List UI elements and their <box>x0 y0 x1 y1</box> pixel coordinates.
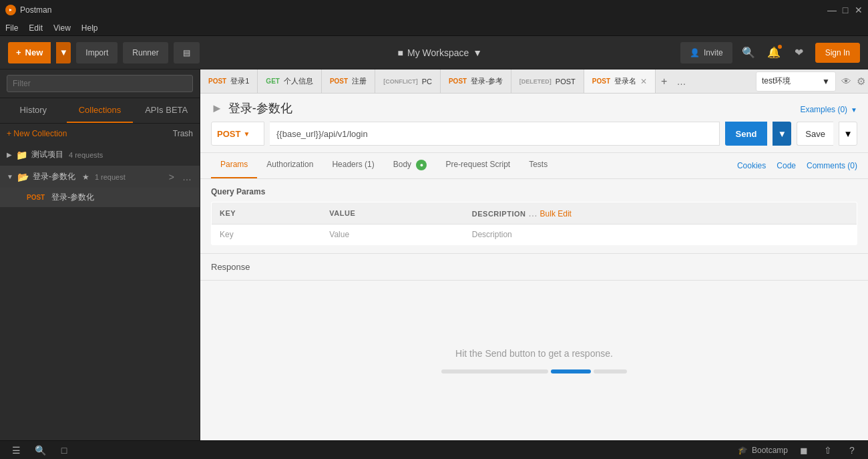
examples-chevron: ▼ <box>851 106 857 114</box>
code-link[interactable]: Code <box>777 161 796 170</box>
col-header-value: VALUE <box>321 202 463 224</box>
new-collection-button[interactable]: + New Collection <box>7 129 67 138</box>
runner-button[interactable]: Runner <box>123 42 168 63</box>
chevron-down-icon: ▼ <box>473 47 482 58</box>
collection-item-2: ▼ 📂 登录-参数化 ★ 1 request > … POST 登录-参数化 <box>0 166 200 207</box>
collection-header-2[interactable]: ▼ 📂 登录-参数化 ★ 1 request > … <box>0 166 200 188</box>
params-more-button[interactable]: … <box>528 208 537 218</box>
collection-header-1[interactable]: ▶ 📁 测试项目 4 requests <box>0 144 200 166</box>
params-section: Query Params KEY VALUE DESCRIPTION … Bul… <box>200 179 868 253</box>
menu-view[interactable]: View <box>53 23 71 33</box>
tab-name-5: 登录-参考 <box>471 76 503 86</box>
tab-close-button[interactable]: ✕ <box>640 78 647 86</box>
req-tab-3[interactable]: POST 注册 <box>322 69 375 93</box>
bulk-edit-button[interactable]: Bulk Edit <box>540 209 572 218</box>
url-input[interactable] <box>270 122 720 146</box>
signin-button[interactable]: Sign In <box>815 43 860 63</box>
import-button[interactable]: Import <box>76 42 118 63</box>
examples-button[interactable]: Examples (0) <box>800 105 847 114</box>
sub-tab-params[interactable]: Params <box>211 153 257 178</box>
sub-tab-prescript[interactable]: Pre-request Script <box>436 153 519 178</box>
bootcamp-button[interactable]: 🎓 Bootcamp <box>738 446 788 455</box>
app-icon <box>5 5 16 15</box>
save-caret-button[interactable]: ▼ <box>839 122 857 146</box>
tab-method-7: POST <box>592 78 610 85</box>
menu-edit[interactable]: Edit <box>29 23 43 33</box>
chevron-down-icon: ▼ <box>7 173 13 180</box>
sub-tab-auth[interactable]: Authorization <box>257 153 322 178</box>
tab-name-6: POST <box>556 78 576 86</box>
env-eye-button[interactable]: 👁 <box>841 75 851 87</box>
progress-bar-1 <box>441 369 548 373</box>
content-area: POST 登录1 GET 个人信息 POST 注册 [CONFLICT] PC … <box>200 69 868 440</box>
invite-button[interactable]: 👤 Invite <box>680 42 732 63</box>
tab-more-button[interactable]: … <box>672 76 690 87</box>
search-bottom-button[interactable]: 🔍 <box>32 442 48 458</box>
close-button[interactable]: ✕ <box>855 6 863 14</box>
trash-button[interactable]: Trash <box>173 129 193 138</box>
req-tab-5[interactable]: POST 登录-参考 <box>441 69 511 93</box>
workspace-button[interactable]: ■ My Workspace ▼ <box>398 47 483 58</box>
sidebar-search-container <box>0 69 200 98</box>
request-title: ► 登录-参数化 Examples (0) ▼ <box>211 100 857 116</box>
request-sub-tabs: Params Authorization Headers (1) Body ● … <box>200 153 868 179</box>
grid-icon: ■ <box>398 47 403 58</box>
columns-button[interactable]: ◼ <box>796 442 812 458</box>
sync-button[interactable]: ▤ <box>174 42 200 63</box>
notification-bell-button[interactable]: 🔔 <box>765 43 783 62</box>
search-icon-button[interactable]: 🔍 <box>739 43 758 62</box>
tab-method-4: [CONFLICT] <box>383 78 418 85</box>
tab-method-2: GET <box>266 78 280 85</box>
collection-arrow-button[interactable]: > <box>166 172 177 182</box>
response-progress <box>441 369 627 373</box>
menu-help[interactable]: Help <box>81 23 98 33</box>
sub-tab-body[interactable]: Body ● <box>384 153 437 178</box>
heart-button[interactable]: ❤ <box>790 43 809 62</box>
collection-more-button[interactable]: … <box>180 172 194 182</box>
folder-open-icon: 📂 <box>17 172 29 182</box>
tab-collections[interactable]: Collections <box>67 98 134 123</box>
save-button[interactable]: Save <box>797 122 833 146</box>
tab-add-button[interactable]: + <box>656 75 672 88</box>
sub-tab-headers[interactable]: Headers (1) <box>322 153 383 178</box>
send-button[interactable]: Send <box>725 122 768 146</box>
minimize-button[interactable]: — <box>828 6 836 14</box>
req-tab-6[interactable]: [DELETED] POST <box>511 69 584 93</box>
env-current: test环境 <box>762 75 791 87</box>
sub-tab-tests[interactable]: Tests <box>519 153 557 178</box>
tab-apis[interactable]: APIs BETA <box>133 98 200 123</box>
value-cell[interactable]: Value <box>321 224 463 245</box>
env-select[interactable]: test环境 ▼ <box>756 71 836 92</box>
request-tabs: POST 登录1 GET 个人信息 POST 注册 [CONFLICT] PC … <box>200 69 868 94</box>
request-bar: POST ▼ Send ▼ Save ▼ <box>211 122 857 146</box>
toolbar-right: 👤 Invite 🔍 🔔 ❤ Sign In <box>680 42 860 63</box>
comments-link[interactable]: Comments (0) <box>807 161 857 170</box>
send-caret-button[interactable]: ▼ <box>773 122 791 146</box>
table-row: Key Value Description <box>212 224 857 245</box>
key-cell[interactable]: Key <box>212 224 322 245</box>
new-button[interactable]: + New <box>8 42 51 63</box>
desc-cell[interactable]: Description <box>464 224 857 245</box>
sidebar-toggle-button[interactable]: ☰ <box>8 442 24 458</box>
tab-history[interactable]: History <box>0 98 67 123</box>
req-tab-7[interactable]: POST 登录名 ✕ <box>584 69 656 93</box>
new-caret-button[interactable]: ▼ <box>56 42 71 63</box>
sub-item-1[interactable]: POST 登录-参数化 <box>0 188 200 207</box>
bottombar-right: 🎓 Bootcamp ◼ ⇧ ? <box>738 442 860 458</box>
share-button[interactable]: ⇧ <box>820 442 836 458</box>
tab-method-3: POST <box>330 78 348 85</box>
help-button[interactable]: ? <box>844 442 860 458</box>
folder-icon: 📁 <box>16 150 27 160</box>
method-select[interactable]: POST ▼ <box>211 122 264 146</box>
cookies-link[interactable]: Cookies <box>737 161 766 170</box>
layout-button[interactable]: □ <box>56 442 72 458</box>
maximize-button[interactable]: □ <box>841 6 849 14</box>
user-icon: 👤 <box>690 48 700 57</box>
req-tab-2[interactable]: GET 个人信息 <box>258 69 322 93</box>
filter-input[interactable] <box>7 75 193 92</box>
main-toolbar: + New ▼ Import Runner ▤ ■ My Workspace ▼… <box>0 36 868 69</box>
menu-file[interactable]: File <box>5 23 18 33</box>
env-settings-button[interactable]: ⚙ <box>857 75 865 88</box>
req-tab-1[interactable]: POST 登录1 <box>200 69 258 93</box>
req-tab-4[interactable]: [CONFLICT] PC <box>375 69 441 93</box>
